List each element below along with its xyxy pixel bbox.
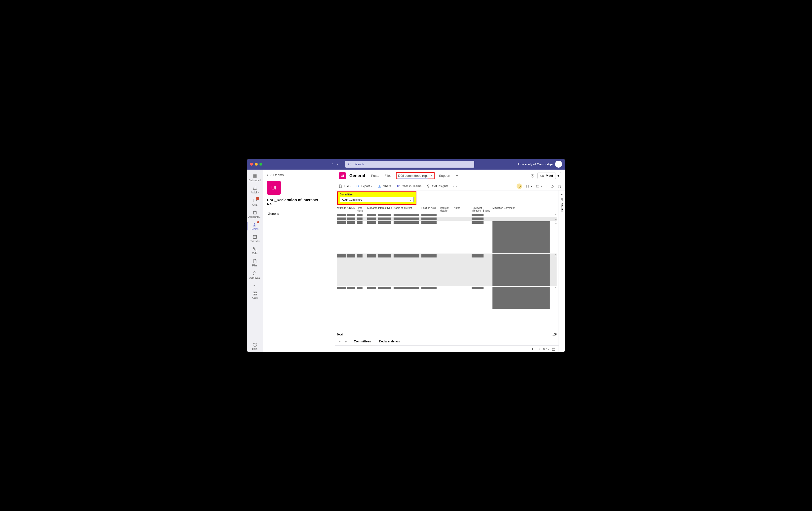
pbi-export-menu[interactable]: ↦ Export ▾ — [356, 184, 373, 188]
reset-icon — [518, 184, 521, 188]
table-row[interactable]: 1 — [337, 253, 557, 286]
video-icon — [540, 174, 544, 178]
rail-apps[interactable]: Apps — [247, 289, 263, 301]
rail-calendar[interactable]: Calendar — [247, 232, 263, 245]
team-overflow[interactable]: ··· — [326, 200, 331, 204]
channel-title: General — [349, 173, 365, 178]
col-name-of-interest[interactable]: Name of interest — [394, 207, 420, 212]
tab-files[interactable]: Files — [384, 172, 392, 179]
svg-point-16 — [531, 174, 534, 177]
rail-teams[interactable]: Teams — [247, 220, 263, 232]
pbi-favorite[interactable] — [557, 184, 561, 188]
col-surname[interactable]: Surname — [367, 207, 377, 212]
chevron-down-icon: ⌄ — [409, 199, 411, 201]
back-all-teams[interactable]: ‹ All teams — [263, 170, 335, 179]
search-input[interactable]: Search — [345, 161, 474, 168]
forward-button[interactable]: › — [337, 162, 338, 167]
search-placeholder: Search — [354, 162, 364, 166]
channel-general[interactable]: General — [263, 209, 335, 218]
view-icon — [536, 184, 540, 188]
pbi-share-button[interactable]: Share — [377, 184, 391, 188]
rail-get-started[interactable]: Get started — [247, 172, 263, 184]
report-page-tab[interactable]: Declarer details — [375, 337, 404, 345]
apps-icon — [253, 291, 257, 296]
approvals-icon — [253, 271, 257, 276]
chevron-down-icon: ▾ — [350, 185, 352, 187]
pbi-chat-teams[interactable]: Chat in Teams — [396, 184, 422, 188]
chat-badge: 3 — [256, 197, 259, 200]
pbi-file-menu[interactable]: File ▾ — [339, 184, 352, 188]
bookmark-icon — [525, 184, 529, 188]
col-first-name[interactable]: First Name — [357, 207, 366, 212]
zoom-slider[interactable] — [516, 349, 536, 349]
org-area[interactable]: University of Cambridge — [518, 161, 562, 168]
table-body[interactable]: 11111 — [337, 213, 557, 332]
zoom-out[interactable]: − — [511, 348, 513, 351]
meet-button[interactable]: Meet — [538, 173, 556, 179]
pbi-get-insights[interactable]: Get insights — [426, 184, 448, 188]
file-icon — [253, 259, 257, 264]
phone-icon — [253, 246, 257, 251]
col-mitigation[interactable]: Mitigation — [337, 207, 346, 212]
col-position-held[interactable]: Position held — [422, 207, 439, 212]
rail-calls[interactable]: Calls — [247, 245, 263, 257]
table-total-row: Total 105 — [337, 332, 557, 337]
col-reviewer-mitigation-status[interactable]: Reviewer Mitigation Status — [472, 207, 491, 212]
col-crsid[interactable]: CRSID — [347, 207, 356, 212]
conversation-icon[interactable] — [530, 174, 534, 178]
rail-assignments[interactable]: Assignme... — [247, 208, 263, 220]
page-prev[interactable]: ◂ — [337, 340, 342, 343]
table-row[interactable]: 1 — [337, 213, 557, 217]
page-next[interactable]: ▸ — [343, 340, 349, 343]
pbi-refresh[interactable] — [550, 184, 554, 188]
chevron-left-icon: ‹ — [267, 173, 268, 177]
report-page-tab[interactable]: Committees — [350, 337, 375, 345]
team-name[interactable]: UoC_Declaration of Interests Re... ··· — [263, 197, 335, 209]
more-options[interactable]: ··· — [511, 162, 516, 167]
svg-point-5 — [255, 224, 256, 225]
tab-doi-committees-report[interactable]: DOI committees rep... ▾ — [396, 172, 434, 179]
meet-options[interactable]: ▾ — [556, 172, 561, 179]
committee-dropdown[interactable]: Audit Committee ⌄ — [340, 197, 414, 202]
assignments-icon — [253, 210, 257, 215]
powerbi-toolbar: File ▾ ↦ Export ▾ Share Chat in Teams — [335, 182, 565, 190]
rail-more[interactable]: ··· — [247, 281, 263, 289]
pbi-bookmark[interactable]: ▾ — [525, 184, 532, 188]
col-interest-details[interactable]: Interest details — [440, 207, 453, 212]
table-row[interactable]: 1 — [337, 217, 557, 221]
maximize-window[interactable] — [259, 162, 262, 166]
rail-chat[interactable]: 3 Chat — [247, 196, 263, 208]
close-window[interactable] — [250, 162, 253, 166]
file-icon — [339, 184, 342, 188]
back-button[interactable]: ‹ — [331, 162, 333, 167]
zoom-value: 83% — [543, 348, 549, 351]
col-notes[interactable]: Notes — [454, 207, 471, 212]
bell-icon — [253, 186, 257, 191]
channel-tabs: UI General Posts Files DOI committees re… — [335, 170, 565, 182]
team-tile[interactable]: UI — [267, 181, 281, 195]
export-icon: ↦ — [356, 184, 359, 188]
pbi-overflow[interactable]: ··· — [453, 184, 457, 188]
fit-to-page[interactable] — [552, 347, 556, 351]
teams-icon — [253, 222, 257, 227]
svg-rect-17 — [541, 175, 543, 177]
svg-rect-10 — [253, 292, 255, 293]
filters-pane-collapsed[interactable]: « Filters — [558, 190, 565, 352]
table-row[interactable]: 1 — [337, 221, 557, 253]
col-interest-type[interactable]: Interest type — [378, 207, 393, 212]
tab-support[interactable]: Support — [438, 172, 452, 179]
rail-help[interactable]: Help — [247, 340, 263, 352]
avatar[interactable] — [555, 161, 562, 168]
add-tab-button[interactable]: + — [455, 172, 459, 180]
col-mitigation-comment[interactable]: Mitigation Comment — [492, 207, 550, 212]
rail-files[interactable]: Files — [247, 257, 263, 269]
org-name: University of Cambridge — [518, 162, 553, 166]
table-row[interactable]: 1 — [337, 286, 557, 309]
pbi-view[interactable]: ▾ — [536, 184, 543, 188]
tab-posts[interactable]: Posts — [370, 172, 380, 179]
rail-activity[interactable]: Activity — [247, 184, 263, 196]
rail-approvals[interactable]: Approvals — [247, 269, 263, 281]
pbi-reset-button[interactable] — [517, 183, 522, 189]
minimize-window[interactable] — [255, 162, 258, 166]
zoom-in[interactable]: + — [539, 348, 540, 351]
